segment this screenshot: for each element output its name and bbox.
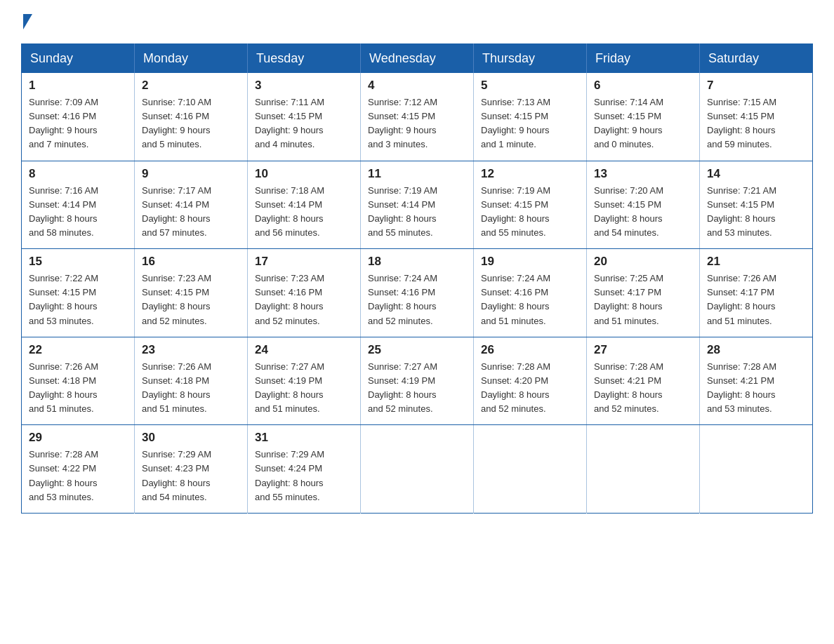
calendar-cell: 4 Sunrise: 7:12 AMSunset: 4:15 PMDayligh…: [361, 73, 474, 161]
day-info: Sunrise: 7:16 AMSunset: 4:14 PMDaylight:…: [29, 185, 98, 238]
calendar-week-row: 22 Sunrise: 7:26 AMSunset: 4:18 PMDaylig…: [22, 337, 813, 425]
calendar-cell: [587, 425, 700, 514]
day-info: Sunrise: 7:19 AMSunset: 4:14 PMDaylight:…: [368, 185, 437, 238]
day-info: Sunrise: 7:19 AMSunset: 4:15 PMDaylight:…: [481, 185, 550, 238]
calendar-cell: [700, 425, 813, 514]
logo: [21, 14, 32, 31]
calendar-cell: 27 Sunrise: 7:28 AMSunset: 4:21 PMDaylig…: [587, 337, 700, 425]
calendar-cell: 16 Sunrise: 7:23 AMSunset: 4:15 PMDaylig…: [135, 249, 248, 337]
col-friday: Friday: [587, 44, 700, 74]
day-info: Sunrise: 7:29 AMSunset: 4:24 PMDaylight:…: [255, 449, 324, 502]
day-info: Sunrise: 7:26 AMSunset: 4:18 PMDaylight:…: [29, 361, 98, 414]
day-info: Sunrise: 7:24 AMSunset: 4:16 PMDaylight:…: [368, 273, 437, 326]
day-number: 7: [707, 79, 805, 93]
calendar-cell: 24 Sunrise: 7:27 AMSunset: 4:19 PMDaylig…: [248, 337, 361, 425]
day-number: 21: [707, 255, 805, 269]
day-info: Sunrise: 7:23 AMSunset: 4:16 PMDaylight:…: [255, 273, 324, 326]
calendar-cell: 10 Sunrise: 7:18 AMSunset: 4:14 PMDaylig…: [248, 161, 361, 249]
day-info: Sunrise: 7:29 AMSunset: 4:23 PMDaylight:…: [142, 449, 211, 502]
day-info: Sunrise: 7:12 AMSunset: 4:15 PMDaylight:…: [368, 97, 437, 149]
calendar-cell: 20 Sunrise: 7:25 AMSunset: 4:17 PMDaylig…: [587, 249, 700, 337]
calendar-cell: 23 Sunrise: 7:26 AMSunset: 4:18 PMDaylig…: [135, 337, 248, 425]
calendar-cell: 3 Sunrise: 7:11 AMSunset: 4:15 PMDayligh…: [248, 73, 361, 161]
calendar-cell: 5 Sunrise: 7:13 AMSunset: 4:15 PMDayligh…: [474, 73, 587, 161]
logo-triangle-icon: [23, 14, 32, 29]
day-number: 28: [707, 343, 805, 357]
calendar-cell: 2 Sunrise: 7:10 AMSunset: 4:16 PMDayligh…: [135, 73, 248, 161]
calendar-cell: 21 Sunrise: 7:26 AMSunset: 4:17 PMDaylig…: [700, 249, 813, 337]
calendar-cell: 9 Sunrise: 7:17 AMSunset: 4:14 PMDayligh…: [135, 161, 248, 249]
day-info: Sunrise: 7:09 AMSunset: 4:16 PMDaylight:…: [29, 97, 98, 149]
calendar-table: Sunday Monday Tuesday Wednesday Thursday…: [21, 43, 813, 514]
day-number: 20: [594, 255, 692, 269]
day-number: 23: [142, 343, 240, 357]
day-number: 24: [255, 343, 353, 357]
calendar-cell: 14 Sunrise: 7:21 AMSunset: 4:15 PMDaylig…: [700, 161, 813, 249]
col-thursday: Thursday: [474, 44, 587, 74]
day-info: Sunrise: 7:25 AMSunset: 4:17 PMDaylight:…: [594, 273, 663, 326]
calendar-cell: 28 Sunrise: 7:28 AMSunset: 4:21 PMDaylig…: [700, 337, 813, 425]
day-info: Sunrise: 7:14 AMSunset: 4:15 PMDaylight:…: [594, 97, 663, 149]
day-info: Sunrise: 7:21 AMSunset: 4:15 PMDaylight:…: [707, 185, 776, 238]
day-info: Sunrise: 7:24 AMSunset: 4:16 PMDaylight:…: [481, 273, 550, 326]
day-number: 4: [368, 79, 466, 93]
calendar-cell: 11 Sunrise: 7:19 AMSunset: 4:14 PMDaylig…: [361, 161, 474, 249]
calendar-cell: 18 Sunrise: 7:24 AMSunset: 4:16 PMDaylig…: [361, 249, 474, 337]
day-number: 15: [29, 255, 127, 269]
day-info: Sunrise: 7:13 AMSunset: 4:15 PMDaylight:…: [481, 97, 550, 149]
day-info: Sunrise: 7:20 AMSunset: 4:15 PMDaylight:…: [594, 185, 663, 238]
day-info: Sunrise: 7:26 AMSunset: 4:18 PMDaylight:…: [142, 361, 211, 414]
col-sunday: Sunday: [22, 44, 135, 74]
col-saturday: Saturday: [700, 44, 813, 74]
day-number: 26: [481, 343, 579, 357]
day-number: 29: [29, 431, 127, 445]
day-info: Sunrise: 7:27 AMSunset: 4:19 PMDaylight:…: [255, 361, 324, 414]
day-number: 9: [142, 167, 240, 181]
day-info: Sunrise: 7:15 AMSunset: 4:15 PMDaylight:…: [707, 97, 776, 149]
day-number: 27: [594, 343, 692, 357]
calendar-cell: 31 Sunrise: 7:29 AMSunset: 4:24 PMDaylig…: [248, 425, 361, 514]
calendar-week-row: 8 Sunrise: 7:16 AMSunset: 4:14 PMDayligh…: [22, 161, 813, 249]
calendar-cell: 8 Sunrise: 7:16 AMSunset: 4:14 PMDayligh…: [22, 161, 135, 249]
day-info: Sunrise: 7:22 AMSunset: 4:15 PMDaylight:…: [29, 273, 98, 326]
calendar-cell: 15 Sunrise: 7:22 AMSunset: 4:15 PMDaylig…: [22, 249, 135, 337]
day-info: Sunrise: 7:28 AMSunset: 4:22 PMDaylight:…: [29, 449, 98, 502]
day-info: Sunrise: 7:18 AMSunset: 4:14 PMDaylight:…: [255, 185, 324, 238]
day-number: 8: [29, 167, 127, 181]
day-number: 6: [594, 79, 692, 93]
day-info: Sunrise: 7:17 AMSunset: 4:14 PMDaylight:…: [142, 185, 211, 238]
day-info: Sunrise: 7:28 AMSunset: 4:21 PMDaylight:…: [707, 361, 776, 414]
col-monday: Monday: [135, 44, 248, 74]
day-number: 31: [255, 431, 353, 445]
day-number: 18: [368, 255, 466, 269]
day-info: Sunrise: 7:27 AMSunset: 4:19 PMDaylight:…: [368, 361, 437, 414]
calendar-cell: 29 Sunrise: 7:28 AMSunset: 4:22 PMDaylig…: [22, 425, 135, 514]
calendar-cell: 13 Sunrise: 7:20 AMSunset: 4:15 PMDaylig…: [587, 161, 700, 249]
calendar-cell: 6 Sunrise: 7:14 AMSunset: 4:15 PMDayligh…: [587, 73, 700, 161]
day-number: 22: [29, 343, 127, 357]
calendar-cell: [474, 425, 587, 514]
calendar-cell: 1 Sunrise: 7:09 AMSunset: 4:16 PMDayligh…: [22, 73, 135, 161]
day-number: 11: [368, 167, 466, 181]
day-number: 14: [707, 167, 805, 181]
day-number: 12: [481, 167, 579, 181]
day-number: 17: [255, 255, 353, 269]
day-number: 25: [368, 343, 466, 357]
col-wednesday: Wednesday: [361, 44, 474, 74]
day-number: 13: [594, 167, 692, 181]
calendar-week-row: 15 Sunrise: 7:22 AMSunset: 4:15 PMDaylig…: [22, 249, 813, 337]
day-info: Sunrise: 7:10 AMSunset: 4:16 PMDaylight:…: [142, 97, 211, 149]
page-header: [21, 14, 813, 31]
day-info: Sunrise: 7:28 AMSunset: 4:21 PMDaylight:…: [594, 361, 663, 414]
day-number: 19: [481, 255, 579, 269]
calendar-cell: 26 Sunrise: 7:28 AMSunset: 4:20 PMDaylig…: [474, 337, 587, 425]
calendar-cell: 19 Sunrise: 7:24 AMSunset: 4:16 PMDaylig…: [474, 249, 587, 337]
day-info: Sunrise: 7:23 AMSunset: 4:15 PMDaylight:…: [142, 273, 211, 326]
day-info: Sunrise: 7:28 AMSunset: 4:20 PMDaylight:…: [481, 361, 550, 414]
day-number: 16: [142, 255, 240, 269]
day-info: Sunrise: 7:26 AMSunset: 4:17 PMDaylight:…: [707, 273, 776, 326]
calendar-cell: [361, 425, 474, 514]
calendar-header-row: Sunday Monday Tuesday Wednesday Thursday…: [22, 44, 813, 74]
day-number: 5: [481, 79, 579, 93]
col-tuesday: Tuesday: [248, 44, 361, 74]
